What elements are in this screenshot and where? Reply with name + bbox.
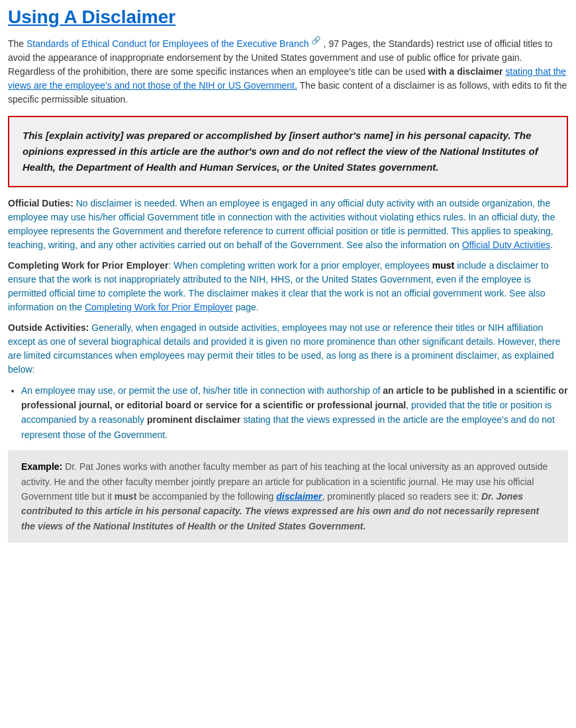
with-disclaimer-bold: with a disclaimer [428,66,503,77]
outside-activities-paragraph: Outside Activities: Generally, when enga… [8,321,568,377]
bullet-prominent-bold: prominent disclaimer [147,414,241,425]
example-paragraph: Example: Dr. Pat Jones works with anothe… [21,459,555,533]
intro-paragraph: The Standards of Ethical Conduct for Emp… [8,34,568,107]
official-duties-paragraph: Official Duties: No disclaimer is needed… [8,197,568,252]
completing-work-heading: Completing Work for Prior Employer [8,260,168,271]
example-must: must [115,491,136,502]
external-link-icon: 🔗 [309,36,320,44]
completing-work-link[interactable]: Completing Work for Prior Employer [85,302,233,312]
official-duties-end: . [550,240,553,250]
completing-work-end: page. [233,302,259,312]
example-text3: , prominently placed so readers see it: [322,491,481,502]
disclaimer-text: This [explain activity] was prepared or … [23,128,553,175]
list-item-article: An employee may use, or permit the use o… [21,383,568,443]
outside-activities-text: Generally, when engaged in outside activ… [8,322,560,375]
intro-text-1: The [8,38,26,49]
bullet-part1: An employee may use, or permit the use o… [21,385,383,396]
official-duties-heading: Official Duties: [8,198,73,208]
disclaimer-bold-italic-link[interactable]: disclaimer [276,491,322,502]
page-title: Using A Disclaimer [8,7,568,28]
outside-activities-list: An employee may use, or permit the use o… [21,383,568,443]
example-box: Example: Dr. Pat Jones works with anothe… [8,450,568,543]
official-duty-activities-link[interactable]: Official Duty Activities [462,240,551,250]
example-text2: be accompanied by the following [136,491,276,502]
completing-work-text1: : When completing written work for a pri… [168,260,432,271]
example-label: Example: [21,461,62,472]
standards-link[interactable]: Standards of Ethical Conduct for Employe… [26,38,309,49]
completing-work-paragraph: Completing Work for Prior Employer: When… [8,259,568,314]
disclaimer-box: This [explain activity] was prepared or … [8,116,568,187]
completing-work-must: must [432,260,454,271]
outside-activities-heading: Outside Activities: [8,322,89,333]
